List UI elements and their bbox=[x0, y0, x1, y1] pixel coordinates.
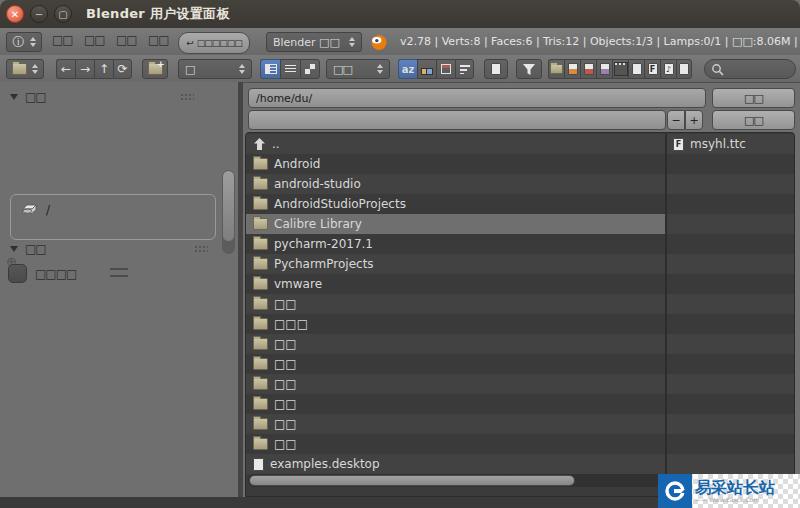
render-engine-dropdown[interactable]: Blender □□ bbox=[266, 32, 362, 52]
file-name: examples.desktop bbox=[270, 457, 380, 471]
refresh-icon: ⟳ bbox=[117, 63, 127, 75]
file-row[interactable]: vmware bbox=[246, 274, 794, 294]
menu-help[interactable]: □□ bbox=[148, 33, 169, 47]
render-engine-value: Blender □□ bbox=[273, 36, 340, 49]
arrow-left-icon: ← bbox=[61, 63, 71, 75]
increment-filename-button[interactable]: + bbox=[685, 110, 703, 130]
sound-file-icon: ♪ bbox=[664, 63, 674, 75]
file-row[interactable]: Calibre Library bbox=[246, 214, 794, 234]
file-list-area: ..Fmsyhl.ttcAndroidandroid-studioAndroid… bbox=[245, 132, 795, 497]
panel-drag-grip[interactable] bbox=[180, 93, 194, 101]
chevron-updown-icon bbox=[32, 64, 38, 74]
filter-folders-button[interactable] bbox=[548, 59, 564, 79]
sort-az-icon: az bbox=[402, 64, 415, 75]
back-to-previous-button[interactable]: ↩ □□□□□□ bbox=[178, 32, 250, 54]
recursion-dropdown[interactable]: □ bbox=[178, 59, 252, 79]
filter-text-button[interactable] bbox=[676, 59, 692, 79]
editor-type-selector[interactable]: ⓘ bbox=[6, 32, 42, 52]
sort-time-icon bbox=[441, 64, 451, 74]
file-row[interactable]: PycharmProjects bbox=[246, 254, 794, 274]
forward-button[interactable]: → bbox=[75, 59, 94, 79]
panel-drag-grip[interactable] bbox=[194, 245, 208, 253]
filter-scripts-button[interactable] bbox=[628, 59, 644, 79]
folder-icon bbox=[253, 258, 268, 270]
maximize-button-icon[interactable]: ▢ bbox=[54, 5, 72, 23]
arrow-right-icon: → bbox=[80, 63, 90, 75]
add-bookmark-button[interactable] bbox=[8, 264, 27, 283]
sort-group: az bbox=[398, 59, 474, 79]
chevron-updown-icon bbox=[377, 64, 383, 74]
menu-file[interactable]: □□ bbox=[52, 33, 73, 47]
parent-dir-button[interactable]: ↑ bbox=[94, 59, 113, 79]
file-row[interactable]: □□ bbox=[246, 354, 794, 374]
filter-fonts-button[interactable]: F bbox=[644, 59, 660, 79]
filter-toggle-button[interactable] bbox=[516, 59, 542, 79]
file-row[interactable]: □□ bbox=[246, 434, 794, 454]
sidebar-divider[interactable] bbox=[238, 82, 243, 497]
image-file-icon bbox=[600, 63, 610, 75]
system-panel-header[interactable]: □□ bbox=[0, 88, 238, 106]
refresh-button[interactable]: ⟳ bbox=[113, 59, 132, 79]
display-size-dropdown[interactable]: □□ bbox=[326, 59, 390, 79]
back-to-previous-label: □□□□□□ bbox=[197, 38, 242, 48]
sort-alphabetical-button[interactable]: az bbox=[398, 59, 417, 79]
filter-blend-button[interactable] bbox=[564, 59, 580, 79]
filter-backup-blend-button[interactable] bbox=[580, 59, 596, 79]
panel-collapse-icon bbox=[10, 94, 18, 100]
file-browser-toolbar: ← → ↑ ⟳ + □ □□ az bbox=[0, 55, 800, 83]
display-list-button[interactable] bbox=[280, 59, 300, 79]
file-row[interactable]: □□ bbox=[246, 394, 794, 414]
editor-type-selector[interactable] bbox=[6, 59, 44, 79]
system-bookmarks-list: / bbox=[10, 194, 216, 240]
new-directory-button[interactable]: + bbox=[142, 59, 168, 79]
filter-images-button[interactable] bbox=[596, 59, 612, 79]
file-row[interactable]: □□ bbox=[246, 374, 794, 394]
file-row[interactable]: Android bbox=[246, 154, 794, 174]
show-hidden-files-button[interactable] bbox=[484, 59, 508, 79]
file-row[interactable]: □□ bbox=[246, 414, 794, 434]
file-row[interactable]: android-studio bbox=[246, 174, 794, 194]
list-item-root[interactable]: / bbox=[11, 195, 215, 217]
file-row[interactable]: □□ bbox=[246, 294, 794, 314]
menu-render[interactable]: □□ bbox=[84, 33, 105, 47]
menu-window[interactable]: □□ bbox=[116, 33, 137, 47]
folder-icon bbox=[253, 398, 268, 410]
open-button[interactable]: □□ bbox=[712, 88, 795, 108]
bookmarks-panel-header[interactable]: □□ bbox=[0, 240, 238, 258]
back-button[interactable]: ← bbox=[56, 59, 75, 79]
folder-icon bbox=[253, 278, 268, 290]
info-header: ⓘ □□ □□ □□ □□ ↩ □□□□□□ Blender □□ v2.78 … bbox=[0, 28, 800, 56]
filter-sounds-button[interactable]: ♪ bbox=[660, 59, 676, 79]
chevron-updown-icon bbox=[30, 37, 36, 47]
path-input[interactable] bbox=[248, 88, 706, 108]
cancel-button[interactable]: □□ bbox=[712, 110, 795, 130]
filter-movies-button[interactable] bbox=[612, 59, 628, 79]
file-row[interactable]: pycharm-2017.1 bbox=[246, 234, 794, 254]
sort-extension-button[interactable] bbox=[417, 59, 436, 79]
filename-input[interactable] bbox=[248, 110, 666, 130]
panel-collapse-icon bbox=[10, 246, 18, 252]
folder-icon bbox=[253, 178, 268, 190]
list-resize-grip[interactable] bbox=[110, 268, 128, 277]
search-input[interactable] bbox=[704, 59, 796, 79]
watermark-title: 易采站长站 bbox=[695, 479, 775, 496]
text-file-icon bbox=[679, 63, 689, 75]
file-name: vmware bbox=[274, 277, 322, 291]
minimize-button-icon[interactable]: − bbox=[30, 5, 48, 23]
navigation-group: ← → ↑ ⟳ bbox=[56, 59, 132, 79]
file-row[interactable]: □□ bbox=[246, 334, 794, 354]
scrollbar-thumb[interactable] bbox=[249, 475, 575, 486]
file-row[interactable]: examples.desktop bbox=[246, 454, 794, 474]
display-thumbnails-button[interactable] bbox=[300, 59, 320, 79]
decrement-filename-button[interactable]: − bbox=[667, 110, 685, 130]
sort-size-button[interactable] bbox=[455, 59, 474, 79]
scrollbar-thumb[interactable] bbox=[223, 171, 234, 241]
close-button-icon[interactable]: ✕ bbox=[6, 5, 24, 23]
sort-time-button[interactable] bbox=[436, 59, 455, 79]
display-detailed-list-button[interactable] bbox=[260, 59, 280, 79]
folder-icon bbox=[253, 298, 268, 310]
file-row[interactable]: □□□ bbox=[246, 314, 794, 334]
file-row[interactable]: AndroidStudioProjects bbox=[246, 194, 794, 214]
font-file-icon: F bbox=[673, 138, 684, 151]
file-row[interactable]: ..Fmsyhl.ttc bbox=[246, 134, 794, 154]
